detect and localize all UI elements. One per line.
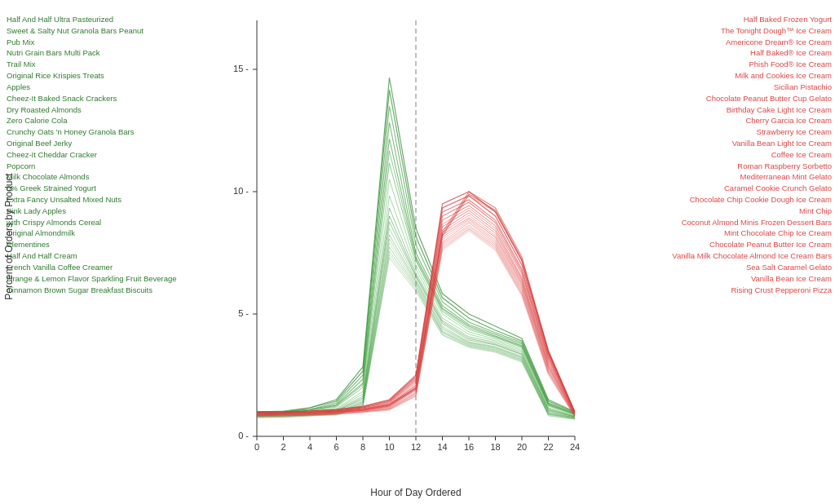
y-tick-5: 5 - <box>238 308 249 318</box>
x-tick-4: 4 <box>307 442 312 452</box>
x-tick-10: 10 <box>384 442 394 452</box>
x-tick-14: 14 <box>437 442 447 452</box>
x-tick-8: 8 <box>360 442 365 452</box>
x-axis-label: Hour of Day Ordered <box>370 487 461 498</box>
x-tick-2: 2 <box>281 442 285 452</box>
x-tick-20: 20 <box>517 442 527 452</box>
x-tick-24: 24 <box>570 442 580 452</box>
chart-svg: Percent of Orders by Product Hour of Day… <box>0 0 835 504</box>
chart-container: Half And Half Ultra Pasteurized Sweet & … <box>0 0 835 504</box>
x-tick-12: 12 <box>411 442 421 452</box>
y-tick-15: 15 - <box>233 64 249 73</box>
x-tick-22: 22 <box>543 442 553 452</box>
x-tick-0: 0 <box>254 442 259 452</box>
y-tick-0: 0 - <box>238 431 249 440</box>
x-tick-18: 18 <box>490 442 500 452</box>
y-tick-10: 10 - <box>233 186 249 196</box>
x-tick-6: 6 <box>334 442 338 452</box>
x-tick-16: 16 <box>464 442 474 452</box>
y-axis-label: Percent of Orders by Product <box>3 173 15 300</box>
